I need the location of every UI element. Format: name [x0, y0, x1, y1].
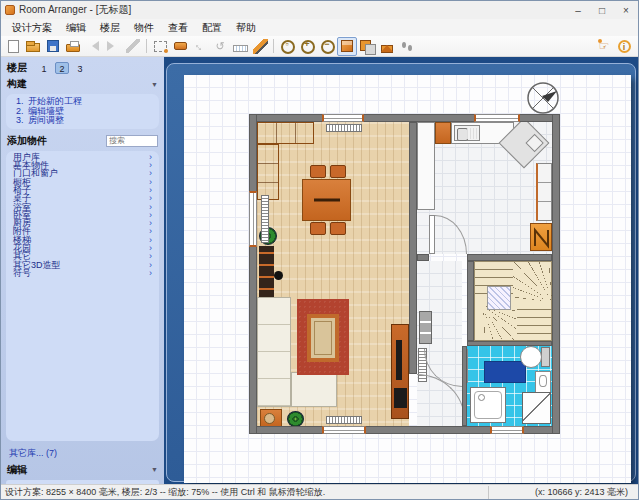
- object-category-item[interactable]: 附件 ›: [10, 227, 155, 235]
- potted-plant[interactable]: [287, 411, 304, 427]
- duplicate-button[interactable]: [357, 37, 377, 56]
- object-category-item[interactable]: 楼梯 ›: [10, 236, 155, 244]
- title-bar[interactable]: Room Arranger - [无标题] – □ ×: [1, 1, 638, 19]
- collapse-build-icon[interactable]: ▼: [151, 81, 158, 88]
- maximize-button[interactable]: □: [590, 1, 614, 19]
- draw-button[interactable]: [250, 37, 270, 56]
- window[interactable]: [322, 426, 366, 434]
- walkthrough-button[interactable]: [397, 37, 417, 56]
- object-category-item[interactable]: 卧室 ›: [10, 211, 155, 219]
- floor-tab[interactable]: 3: [73, 62, 87, 74]
- tall-cabinet[interactable]: [417, 122, 435, 210]
- format-brush-button[interactable]: [123, 37, 143, 56]
- zoom-selection-button[interactable]: [277, 37, 297, 56]
- wall-kitchen-bottom-a[interactable]: [417, 254, 429, 261]
- wall-tool-button[interactable]: [170, 37, 190, 56]
- dining-chair[interactable]: [330, 165, 346, 178]
- about-button[interactable]: i: [614, 37, 634, 56]
- object-category-item[interactable]: 桌子 ›: [10, 194, 155, 202]
- radiator[interactable]: [261, 195, 269, 243]
- wall-left[interactable]: [249, 114, 257, 434]
- menu-item[interactable]: 配置: [195, 20, 229, 36]
- house-3d-button[interactable]: [377, 37, 397, 56]
- resize-button[interactable]: ↔: [190, 37, 210, 56]
- object-category-item[interactable]: 花园 ›: [10, 244, 155, 252]
- undo-button[interactable]: [83, 37, 103, 56]
- object-search-input[interactable]: [106, 135, 158, 147]
- object-category-item[interactable]: 门口和窗户 ›: [10, 169, 155, 177]
- hall-radiator[interactable]: [419, 311, 432, 344]
- corner-counter-left[interactable]: [257, 144, 279, 200]
- object-category-item[interactable]: 厨房 ›: [10, 219, 155, 227]
- dining-chair[interactable]: [310, 222, 326, 235]
- washing-machine[interactable]: [522, 392, 551, 424]
- dining-table[interactable]: [302, 179, 351, 221]
- wall-stairs-left[interactable]: [467, 261, 474, 341]
- menu-item[interactable]: 物件: [127, 20, 161, 36]
- wall-bathroom-left[interactable]: [462, 346, 467, 426]
- dining-chair[interactable]: [330, 222, 346, 235]
- drawing-page[interactable]: [184, 75, 631, 483]
- object-category-item[interactable]: 浴室 ›: [10, 203, 155, 211]
- floor-lamp[interactable]: [274, 271, 283, 280]
- print-button[interactable]: [63, 37, 83, 56]
- bookshelf[interactable]: [259, 246, 274, 300]
- pointer-mode-button[interactable]: ☞: [594, 37, 614, 56]
- sofa-chaise[interactable]: [291, 372, 337, 407]
- collapse-edit-icon[interactable]: ▼: [151, 466, 158, 473]
- redo-button[interactable]: [103, 37, 123, 56]
- build-step-link[interactable]: 3. 房间调整: [14, 116, 155, 125]
- open-file-button[interactable]: [23, 37, 43, 56]
- build-step-link[interactable]: 1. 开始新的工程: [14, 97, 155, 106]
- zoom-out-button[interactable]: [317, 37, 337, 56]
- menu-item[interactable]: 查看: [161, 20, 195, 36]
- window[interactable]: [322, 114, 364, 122]
- radiator[interactable]: [326, 124, 362, 132]
- coffee-table[interactable]: [307, 314, 339, 362]
- bathroom-sink[interactable]: [535, 371, 551, 393]
- kitchen-sink[interactable]: [454, 125, 480, 141]
- shower-tray[interactable]: [470, 387, 506, 423]
- staircase[interactable]: [474, 261, 552, 341]
- minimize-button[interactable]: –: [566, 1, 590, 19]
- bath-mat[interactable]: [484, 361, 526, 383]
- about-icon: i: [618, 40, 631, 53]
- object-category-item[interactable]: 橱柜 ›: [10, 178, 155, 186]
- wall-bathroom-top[interactable]: [467, 341, 552, 346]
- side-table[interactable]: [260, 409, 282, 427]
- select-objects-button[interactable]: [150, 37, 170, 56]
- build-step-link[interactable]: 2. 编辑墙壁: [14, 107, 155, 116]
- toilet[interactable]: [520, 346, 542, 368]
- kitchen-cabinet[interactable]: [435, 122, 451, 144]
- boiler[interactable]: [530, 223, 552, 251]
- menu-item[interactable]: 设计方案: [5, 20, 59, 36]
- sofa[interactable]: [257, 297, 291, 407]
- menu-item[interactable]: 编辑: [59, 20, 93, 36]
- object-category-item[interactable]: 椅子 ›: [10, 186, 155, 194]
- tv-cabinet[interactable]: [391, 324, 409, 419]
- dining-chair[interactable]: [310, 165, 326, 178]
- object-category-item[interactable]: 符号 ›: [10, 269, 155, 277]
- wall-cabinets[interactable]: [536, 163, 552, 221]
- zoom-in-button[interactable]: [297, 37, 317, 56]
- other-libraries-link[interactable]: 其它库... (7): [9, 447, 156, 460]
- view-3d-button[interactable]: [337, 37, 357, 56]
- menu-item[interactable]: 楼层: [93, 20, 127, 36]
- wall-kitchen-bottom-b[interactable]: [467, 254, 552, 261]
- window[interactable]: [474, 114, 520, 122]
- object-category-item[interactable]: 其它3D造型 ›: [10, 261, 155, 269]
- wall-right[interactable]: [552, 114, 560, 434]
- floor-tab[interactable]: 2: [55, 62, 69, 74]
- close-button[interactable]: ×: [614, 1, 638, 19]
- radiator[interactable]: [326, 416, 362, 424]
- new-file-button[interactable]: [3, 37, 23, 56]
- menu-item[interactable]: 帮助: [229, 20, 263, 36]
- window[interactable]: [490, 426, 524, 434]
- dimension-button[interactable]: [230, 37, 250, 56]
- rotate-button[interactable]: ↺: [210, 37, 230, 56]
- wall-interior-vertical[interactable]: [409, 122, 417, 374]
- floor-tab[interactable]: 1: [37, 62, 51, 74]
- save-button[interactable]: [43, 37, 63, 56]
- window[interactable]: [249, 191, 257, 247]
- corner-counter-top[interactable]: [257, 122, 314, 144]
